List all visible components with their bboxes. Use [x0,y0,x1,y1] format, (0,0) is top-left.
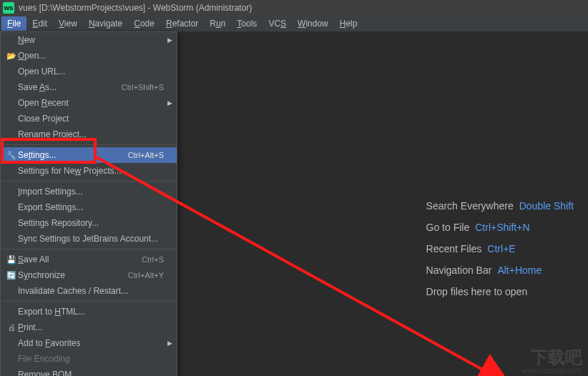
print-icon: 🖨 [5,323,18,332]
menu-edit[interactable]: Edit [26,16,53,31]
menu-item-open-url[interactable]: Open URL... [1,64,177,79]
menu-item-rename-project[interactable]: Rename Project... [1,127,177,142]
shortcut-label: Ctrl+Alt+S [128,151,164,159]
sync-icon: 🔄 [5,271,18,280]
tip-go-to-file: Go to FileCtrl+Shift+N [426,222,574,233]
watermark-url: www.xiazaiba.com [522,367,581,375]
menubar: File Edit View Navigate Code Refactor Ru… [0,16,588,31]
save-icon: 💾 [5,255,18,264]
shortcut-key: Ctrl+E [487,243,515,254]
tip-recent-files: Recent FilesCtrl+E [426,243,574,254]
shortcut-key: Alt+Home [497,264,542,276]
titlebar: WS vues [D:\WebstormProjects\vues] - Web… [0,0,588,16]
menu-item-open[interactable]: 📂 Open... [1,48,177,64]
menu-item-save-as[interactable]: Save As... Ctrl+Shift+S [1,79,177,95]
menu-separator [1,181,177,182]
menu-view[interactable]: View [53,16,83,31]
menu-separator [1,144,177,145]
menu-item-import-settings[interactable]: Import Settings... [1,184,177,199]
menu-item-synchronize[interactable]: 🔄 Synchronize Ctrl+Alt+Y [1,267,177,283]
chevron-right-icon: ▶ [167,340,172,347]
chevron-right-icon: ▶ [167,36,172,44]
chevron-right-icon: ▶ [167,99,172,107]
menu-refactor[interactable]: Refactor [160,16,204,31]
app-logo-icon: WS [3,2,14,14]
menu-item-new[interactable]: New ▶ [1,32,177,48]
menu-item-sync-jetbrains[interactable]: Sync Settings to JetBrains Account... [1,231,177,247]
menu-item-close-project[interactable]: Close Project [1,111,177,127]
menu-help[interactable]: Help [334,16,363,31]
tip-drop-files: Drop files here to open [426,286,574,297]
wrench-icon: 🔧 [5,151,18,160]
welcome-tips: Search EverywhereDouble Shift Go to File… [426,200,574,297]
menu-item-file-encoding: File Encoding [1,351,177,367]
menu-window[interactable]: Window [292,16,334,31]
menu-code[interactable]: Code [128,16,160,31]
menu-item-settings[interactable]: 🔧 Settings... Ctrl+Alt+S [1,147,177,163]
tip-navigation-bar: Navigation BarAlt+Home [426,264,574,276]
shortcut-label: Ctrl+S [142,255,164,264]
menu-item-invalidate-caches[interactable]: Invalidate Caches / Restart... [1,283,177,299]
shortcut-label: Ctrl+Shift+S [122,83,164,91]
tip-search-everywhere: Search EverywhereDouble Shift [426,200,574,212]
menu-run[interactable]: Run [204,16,231,31]
menu-file[interactable]: File [1,16,26,31]
menu-separator [1,301,177,302]
window-title: vues [D:\WebstormProjects\vues] - WebSto… [19,3,252,13]
file-dropdown: New ▶ 📂 Open... Open URL... Save As... C… [0,31,177,376]
menu-item-print[interactable]: 🖨 Print... [1,320,177,335]
menu-vcs[interactable]: VCS [263,16,292,31]
menu-tools[interactable]: Tools [231,16,263,31]
menu-item-export-html[interactable]: Export to HTML... [1,304,177,320]
menu-item-export-settings[interactable]: Export Settings... [1,199,177,215]
menu-item-remove-bom[interactable]: Remove BOM [1,367,177,376]
menu-item-settings-new-projects[interactable]: Settings for New Projects... [1,163,177,179]
menu-item-settings-repo[interactable]: Settings Repository... [1,215,177,231]
menu-item-add-favorites[interactable]: Add to Favorites ▶ [1,335,177,351]
menu-item-save-all[interactable]: 💾 Save All Ctrl+S [1,252,177,267]
shortcut-key: Ctrl+Shift+N [475,222,529,233]
menu-separator [1,249,177,249]
folder-open-icon: 📂 [5,51,18,61]
shortcut-label: Ctrl+Alt+Y [128,271,164,279]
menu-item-open-recent[interactable]: Open Recent ▶ [1,95,177,111]
menu-navigate[interactable]: Navigate [83,16,128,31]
shortcut-key: Double Shift [519,200,574,212]
